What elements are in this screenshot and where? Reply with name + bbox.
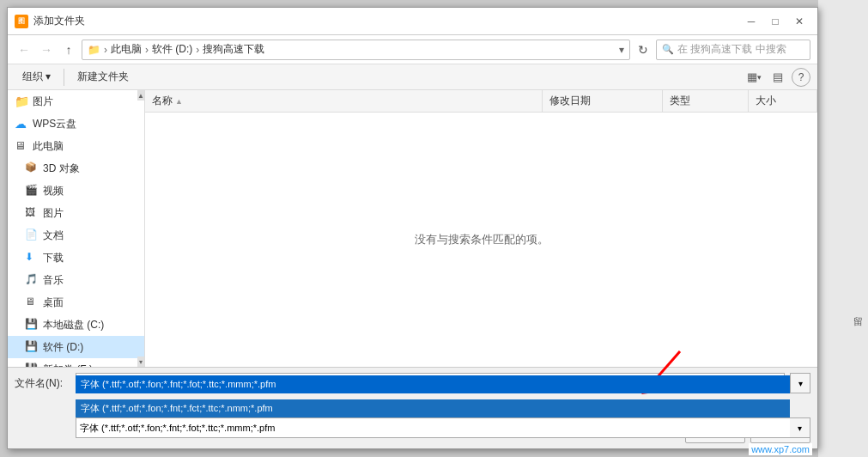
filetype-value[interactable]: 字体 (*.ttf;*.otf;*.fon;*.fnt;*.fot;*.ttc;… xyxy=(76,417,810,438)
path-software[interactable]: 软件 (D:) xyxy=(152,42,192,57)
sidebar-item-label: 文档 xyxy=(43,228,64,243)
sidebar-item-wps-cloud[interactable]: ☁ WPS云盘 xyxy=(8,113,144,135)
sort-icon: ▲ xyxy=(175,97,183,106)
sidebar-item-video[interactable]: 🎬 视频 xyxy=(8,180,144,202)
3d-icon: 📦 xyxy=(25,161,39,175)
empty-message: 没有与搜索条件匹配的项。 xyxy=(415,232,549,247)
sidebar-item-label: 下载 xyxy=(43,251,64,265)
sidebar-item-documents[interactable]: 📄 文档 xyxy=(8,224,144,247)
sidebar-item-label: 此电脑 xyxy=(33,139,64,154)
sidebar-item-disk-f[interactable]: 💾 新加卷 (F:) xyxy=(8,358,144,367)
docs-icon: 📄 xyxy=(25,228,39,242)
search-icon: 🔍 xyxy=(662,44,674,55)
cloud-icon: ☁ xyxy=(15,117,28,131)
view-panel-button[interactable]: ▤ xyxy=(768,67,788,88)
add-folder-dialog: 图 添加文件夹 ─ □ ✕ ← → ↑ 📁 › 此电脑 › 软件 (D:) › … xyxy=(7,7,818,449)
watermark: www.xp7.com xyxy=(749,443,812,455)
title-bar: 图 添加文件夹 ─ □ ✕ xyxy=(8,8,817,35)
music-icon: 🎵 xyxy=(25,273,39,287)
address-bar: ← → ↑ 📁 › 此电脑 › 软件 (D:) › 搜狗高速下载 ▾ ↻ 🔍 在… xyxy=(8,35,817,64)
disk-c-icon: 💾 xyxy=(25,318,39,332)
organize-button[interactable]: 组织 ▾ xyxy=(15,67,58,88)
left-panel: ▲ 📁 图片 ☁ WPS云盘 🖥 此电脑 📦 3D 对象 🎬 视频 xyxy=(8,90,145,367)
dialog-icon: 图 xyxy=(15,15,28,28)
file-list: 没有与搜索条件匹配的项。 xyxy=(145,113,817,367)
sidebar-item-label: WPS云盘 xyxy=(33,117,76,131)
sidebar-item-this-pc[interactable]: 🖥 此电脑 xyxy=(8,135,144,157)
sidebar-item-label: 软件 (D:) xyxy=(43,340,83,355)
up-button[interactable]: ↑ xyxy=(59,40,78,59)
video-icon: 🎬 xyxy=(25,184,39,198)
back-button[interactable]: ← xyxy=(15,40,33,59)
main-file-area: 名称 ▲ 修改日期 类型 大小 没有与搜索条件匹配的项。 xyxy=(145,90,817,367)
maximize-button[interactable]: □ xyxy=(764,13,786,30)
content-area: ▲ 📁 图片 ☁ WPS云盘 🖥 此电脑 📦 3D 对象 🎬 视频 xyxy=(8,90,817,367)
view-details-button[interactable]: ▦ ▾ xyxy=(744,67,764,88)
minimize-button[interactable]: ─ xyxy=(740,13,762,30)
col-header-date[interactable]: 修改日期 xyxy=(543,90,663,112)
forward-button[interactable]: → xyxy=(37,40,56,59)
background-panel: 留 xyxy=(818,0,868,457)
new-folder-button[interactable]: 新建文件夹 xyxy=(70,67,137,88)
filetype-dropdown-button[interactable]: ▾ xyxy=(790,417,810,438)
bottom-bar: 文件名(N): ▾ 字体 (*.ttf;*.otf;*.fon;*.fnt;*.… xyxy=(8,367,817,448)
sidebar-item-label: 本地磁盘 (C:) xyxy=(43,318,104,332)
col-header-size[interactable]: 大小 xyxy=(749,90,817,112)
sidebar-item-3d-objects[interactable]: 📦 3D 对象 xyxy=(8,157,144,180)
disk-d-icon: 💾 xyxy=(25,340,39,354)
sidebar-item-music[interactable]: 🎵 音乐 xyxy=(8,269,144,291)
sidebar-item-label: 3D 对象 xyxy=(43,161,80,176)
filetype-select-area: 字体 (*.ttf;*.otf;*.fon;*.fnt;*.fot;*.ttc;… xyxy=(76,397,810,417)
column-headers: 名称 ▲ 修改日期 类型 大小 xyxy=(145,90,817,113)
sidebar-item-desktop[interactable]: 🖥 桌面 xyxy=(8,291,144,314)
disk-f-icon: 💾 xyxy=(25,363,39,367)
search-box[interactable]: 🔍 在 搜狗高速下载 中搜索 xyxy=(656,40,810,60)
close-button[interactable]: ✕ xyxy=(788,13,810,30)
path-dropdown-arrow[interactable]: ▾ xyxy=(619,44,624,56)
sidebar-item-images[interactable]: 🖼 图片 xyxy=(8,202,144,224)
toolbar: 组织 ▾ 新建文件夹 ▦ ▾ ▤ ? xyxy=(8,64,817,90)
filename-label: 文件名(N): xyxy=(15,376,70,391)
sidebar-item-label: 桌面 xyxy=(43,296,64,310)
folder-icon: 📁 xyxy=(15,94,28,108)
sidebar-item-label: 新加卷 (F:) xyxy=(43,363,93,368)
path-sogou[interactable]: 搜狗高速下载 xyxy=(203,42,264,57)
window-controls: ─ □ ✕ xyxy=(740,13,810,30)
toolbar-right: ▦ ▾ ▤ ? xyxy=(744,67,810,88)
sidebar-item-label: 音乐 xyxy=(43,273,64,288)
address-path[interactable]: 📁 › 此电脑 › 软件 (D:) › 搜狗高速下载 ▾ xyxy=(82,40,630,60)
help-button[interactable]: ? xyxy=(792,68,810,87)
filetype-tooltip-bottom: 字体 (*.ttf;*.otf;*.fon;*.fnt;*.fct;*.ttc;… xyxy=(76,399,790,417)
dialog-title: 添加文件夹 xyxy=(33,14,740,28)
sidebar-item-disk-d[interactable]: 💾 软件 (D:) xyxy=(8,336,144,358)
sidebar-item-pictures-folder[interactable]: 📁 图片 xyxy=(8,90,144,113)
sidebar-item-label: 视频 xyxy=(43,184,64,198)
filetype-row: 字体 (*.ttf;*.otf;*.fon;*.fnt;*.fot;*.ttc;… xyxy=(15,397,810,417)
sidebar-item-label: 图片 xyxy=(43,206,64,221)
sidebar-item-downloads[interactable]: ⬇ 下载 xyxy=(8,247,144,269)
scroll-up-arrow[interactable]: ▲ xyxy=(137,90,144,101)
col-header-name[interactable]: 名称 ▲ xyxy=(145,90,543,112)
path-this-pc[interactable]: 此电脑 xyxy=(111,42,142,57)
scroll-down-arrow[interactable]: ▾ xyxy=(137,356,144,367)
col-header-type[interactable]: 类型 xyxy=(663,90,749,112)
filename-dropdown-btn[interactable]: ▾ xyxy=(790,373,810,393)
pictures-icon: 🖼 xyxy=(25,206,39,220)
download-icon: ⬇ xyxy=(25,251,39,265)
desktop-icon: 🖥 xyxy=(25,296,39,309)
computer-icon: 🖥 xyxy=(15,139,28,153)
sidebar-item-label: 图片 xyxy=(33,94,53,109)
toolbar-separator xyxy=(64,69,64,86)
filetype-tooltip-top: 字体 (*.ttf;*.otf;*.fon;*.fnt;*.fot;*.ttc;… xyxy=(76,375,790,393)
sidebar-item-disk-c[interactable]: 💾 本地磁盘 (C:) xyxy=(8,314,144,336)
refresh-button[interactable]: ↻ xyxy=(634,40,653,59)
search-placeholder: 在 搜狗高速下载 中搜索 xyxy=(677,42,786,57)
path-folder-icon: 📁 xyxy=(88,44,100,56)
